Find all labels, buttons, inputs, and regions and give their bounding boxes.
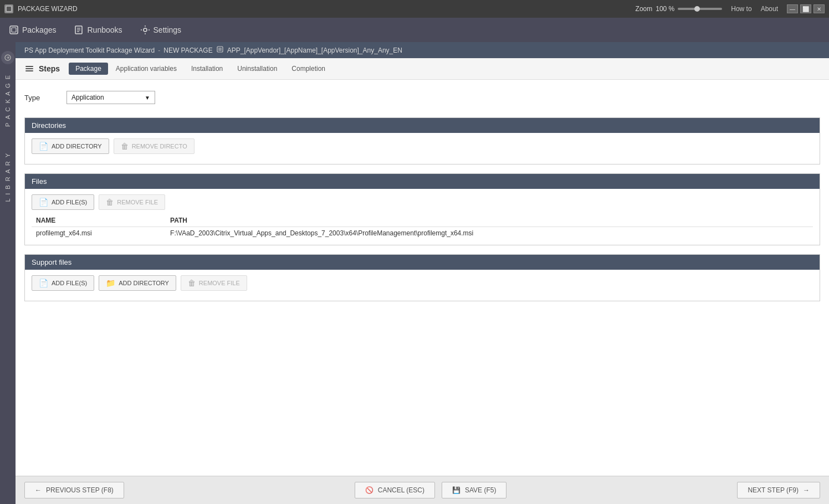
support-add-dir-button[interactable]: 📁 ADD DIRECTORY [99, 275, 176, 291]
about-link[interactable]: About [761, 5, 778, 13]
file-name-cell: profilemgt_x64.msi [32, 227, 166, 240]
tab-package[interactable]: Package [69, 63, 108, 75]
col-name-header: NAME [32, 214, 166, 227]
type-row: Type Application ▼ [24, 89, 820, 111]
breadcrumb-package-name: APP_[AppVendor]_[AppName]_[AppVersion]_A… [227, 47, 402, 54]
nav-settings[interactable]: Settings [140, 25, 182, 35]
cancel-icon: 🚫 [365, 486, 373, 494]
chevron-down-icon: ▼ [145, 95, 150, 101]
title-bar: PACKAGE WIZARD Zoom 100 % How to About —… [0, 0, 829, 18]
col-path-header: PATH [166, 214, 813, 227]
sidebar-package-section: P A C K A G E [4, 72, 11, 127]
footer: ← PREVIOUS STEP (F8) 🚫 CANCEL (ESC) 💾 SA… [16, 476, 829, 504]
steps-list-icon [24, 64, 34, 74]
cancel-label: CANCEL (ESC) [378, 486, 424, 494]
svg-rect-3 [12, 28, 16, 32]
remove-directory-button[interactable]: 🗑 REMOVE DIRECTO [114, 138, 195, 154]
title-bar-left: PACKAGE WIZARD [4, 4, 78, 13]
nav-packages-label: Packages [22, 25, 56, 34]
zoom-slider-thumb [694, 6, 700, 12]
nav-circle-icon [4, 54, 11, 61]
tab-uninstallation[interactable]: Uninstallation [231, 63, 284, 75]
directories-btn-row: 📄 ADD DIRECTORY 🗑 REMOVE DIRECTO [32, 138, 813, 154]
support-add-files-label: ADD FILE(S) [52, 280, 87, 286]
packages-icon [9, 25, 19, 35]
add-directory-label: ADD DIRECTORY [52, 143, 102, 150]
support-remove-label: REMOVE FILE [199, 280, 240, 286]
add-directory-button[interactable]: 📄 ADD DIRECTORY [32, 138, 109, 154]
close-button[interactable]: ✕ [813, 4, 825, 13]
add-files-button[interactable]: 📄 ADD FILE(S) [32, 194, 94, 210]
form-content: Type Application ▼ Directories 📄 ADD DIR… [16, 80, 829, 476]
support-files-content: 📄 ADD FILE(S) 📁 ADD DIRECTORY 🗑 REMOVE F… [25, 270, 820, 301]
type-label: Type [24, 94, 58, 102]
breadcrumb: PS App Deployment Toolkit Package Wizard… [16, 42, 829, 58]
save-icon: 💾 [452, 486, 460, 494]
sidebar-library-section: L I B R A R Y [4, 150, 11, 202]
support-remove-file-button[interactable]: 🗑 REMOVE FILE [181, 275, 247, 291]
window-controls: — ⬜ ✕ [787, 4, 825, 13]
directories-content: 📄 ADD DIRECTORY 🗑 REMOVE DIRECTO [25, 133, 820, 164]
nav-runbooks[interactable]: Runbooks [74, 25, 122, 35]
nav-packages[interactable]: Packages [9, 25, 56, 35]
directories-section: Directories 📄 ADD DIRECTORY 🗑 REMOVE DIR… [24, 117, 820, 164]
remove-directory-label: REMOVE DIRECTO [132, 143, 187, 150]
svg-rect-12 [25, 66, 33, 67]
how-to-link[interactable]: How to [731, 5, 751, 13]
support-remove-icon: 🗑 [188, 279, 196, 287]
runbooks-icon [74, 25, 84, 35]
tab-completion[interactable]: Completion [285, 63, 332, 75]
zoom-level: 100 % [656, 5, 674, 13]
settings-icon [140, 25, 150, 35]
minimize-button[interactable]: — [787, 4, 798, 13]
type-select-value: Application [71, 94, 104, 101]
steps-panel: Steps Package Application variables Inst… [16, 58, 829, 504]
support-add-dir-icon: 📁 [106, 279, 115, 287]
remove-file-icon: 🗑 [106, 198, 114, 207]
next-step-arrow-icon: → [803, 486, 810, 494]
svg-rect-1 [7, 7, 11, 11]
left-sidebar: P A C K A G E L I B R A R Y [0, 42, 16, 504]
support-files-btn-row: 📄 ADD FILE(S) 📁 ADD DIRECTORY 🗑 REMOVE F… [32, 275, 813, 291]
steps-tabs: Package Application variables Installati… [69, 63, 332, 75]
support-add-files-icon: 📄 [39, 279, 48, 287]
next-step-label: NEXT STEP (F9) [748, 486, 799, 494]
package-icon [216, 45, 224, 53]
prev-step-button[interactable]: ← PREVIOUS STEP (F8) [24, 482, 124, 498]
app-logo [4, 4, 13, 13]
zoom-slider[interactable] [678, 8, 722, 10]
sidebar-package-label: P A C K A G E [4, 74, 11, 127]
save-button[interactable]: 💾 SAVE (F5) [442, 482, 506, 498]
svg-rect-14 [25, 70, 33, 71]
prev-step-arrow-icon: ← [35, 486, 42, 494]
svg-rect-2 [10, 26, 18, 34]
tab-installation[interactable]: Installation [185, 63, 229, 75]
files-content: 📄 ADD FILE(S) 🗑 REMOVE FILE N [25, 189, 820, 245]
tab-application-variables[interactable]: Application variables [109, 63, 183, 75]
support-files-header: Support files [25, 255, 820, 270]
cancel-button[interactable]: 🚫 CANCEL (ESC) [355, 482, 435, 498]
svg-point-8 [144, 28, 147, 32]
restore-button[interactable]: ⬜ [800, 4, 811, 13]
app-title: PACKAGE WIZARD [18, 5, 78, 13]
table-row[interactable]: profilemgt_x64.msi F:\VAaD_2003\Citrix_V… [32, 227, 813, 240]
save-label: SAVE (F5) [465, 486, 496, 494]
remove-file-button[interactable]: 🗑 REMOVE FILE [99, 194, 165, 210]
next-step-button[interactable]: NEXT STEP (F9) → [737, 482, 820, 498]
main-layout: P A C K A G E L I B R A R Y PS App Deplo… [0, 42, 829, 504]
support-add-files-button[interactable]: 📄 ADD FILE(S) [32, 275, 94, 291]
type-select[interactable]: Application ▼ [66, 91, 155, 104]
files-section: Files 📄 ADD FILE(S) 🗑 REMOVE FILE [24, 173, 820, 245]
steps-title: Steps [24, 64, 60, 74]
title-bar-right: Zoom 100 % How to About — ⬜ ✕ [636, 4, 825, 13]
steps-header: Steps Package Application variables Inst… [16, 58, 829, 80]
nav-bar: Packages Runbooks Settings [0, 18, 829, 42]
remove-dir-icon: 🗑 [121, 142, 129, 151]
remove-file-label: REMOVE FILE [117, 199, 158, 205]
support-add-dir-label: ADD DIRECTORY [119, 280, 169, 286]
zoom-area: Zoom 100 % [636, 5, 723, 13]
content-area: PS App Deployment Toolkit Package Wizard… [16, 42, 829, 504]
sidebar-nav-button[interactable] [1, 51, 14, 64]
files-btn-row: 📄 ADD FILE(S) 🗑 REMOVE FILE [32, 194, 813, 210]
files-header: Files [25, 174, 820, 189]
